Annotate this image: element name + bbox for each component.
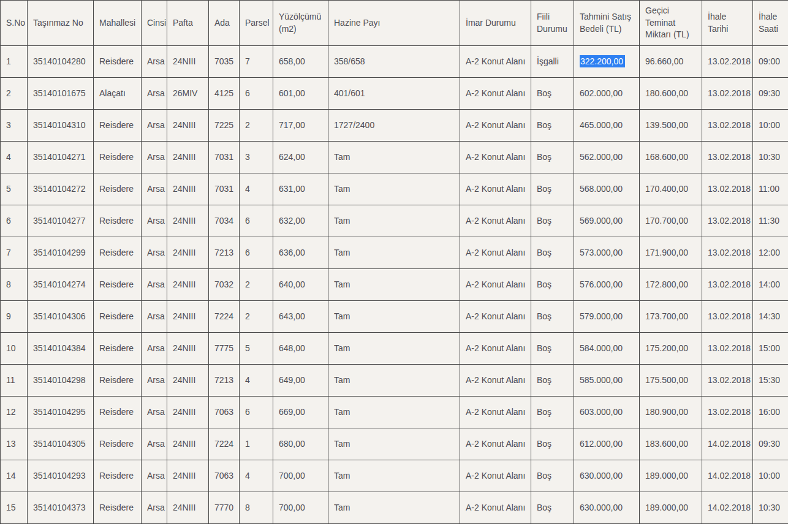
cell-i-mar-durumu[interactable]: A-2 Konut Alanı [460,460,531,492]
cell-cinsi[interactable]: Arsa [142,333,167,365]
cell-parsel[interactable]: 2 [240,269,273,301]
cell-hazine-payi[interactable]: 358/658 [328,46,460,78]
cell-cinsi[interactable]: Arsa [142,173,167,205]
cell-cinsi[interactable]: Arsa [142,110,167,142]
cell-i-hale-tarihi[interactable]: 13.02.2018 [702,46,753,78]
cell-yuzolcumu-m2[interactable]: 643,00 [273,301,328,333]
cell-hazine-payi[interactable]: Tam [328,173,460,205]
cell-fiili-durumu[interactable]: Boş [531,301,574,333]
cell-ada[interactable]: 7775 [209,333,240,365]
cell-cinsi[interactable]: Arsa [142,142,167,173]
cell-s-no[interactable]: 10 [1,333,28,365]
cell-ada[interactable]: 7213 [209,237,240,269]
cell-i-hale-tarihi[interactable]: 14.02.2018 [702,428,753,460]
cell-tasinmaz-no[interactable]: 35140101675 [28,78,94,110]
cell-yuzolcumu-m2[interactable]: 717,00 [273,110,328,142]
cell-tasinmaz-no[interactable]: 35140104299 [28,237,94,269]
cell-mahallesi[interactable]: Reisdere [94,110,142,142]
cell-mahallesi[interactable]: Reisdere [94,397,142,428]
cell-i-hale-saati[interactable]: 09:30 [753,428,788,460]
cell-fiili-durumu[interactable]: İşgalli [531,46,574,78]
cell-yuzolcumu-m2[interactable]: 658,00 [273,46,328,78]
cell-fiili-durumu[interactable]: Boş [531,460,574,492]
cell-pafta[interactable]: 24NIII [167,173,209,205]
cell-pafta[interactable]: 24NIII [167,333,209,365]
cell-fiili-durumu[interactable]: Boş [531,428,574,460]
cell-tahmini-satis-bedeli-tl[interactable]: 612.000,00 [574,428,640,460]
cell-i-hale-saati[interactable]: 15:30 [753,365,788,397]
cell-gecici-teminat-miktari-tl[interactable]: 96.660,00 [640,46,702,78]
cell-tahmini-satis-bedeli-tl[interactable]: 584.000,00 [574,333,640,365]
cell-cinsi[interactable]: Arsa [142,397,167,428]
cell-cinsi[interactable]: Arsa [142,428,167,460]
cell-yuzolcumu-m2[interactable]: 632,00 [273,205,328,237]
cell-i-mar-durumu[interactable]: A-2 Konut Alanı [460,237,531,269]
cell-ada[interactable]: 7225 [209,110,240,142]
cell-mahallesi[interactable]: Alaçatı [94,78,142,110]
cell-parsel[interactable]: 4 [240,365,273,397]
cell-gecici-teminat-miktari-tl[interactable]: 180.600,00 [640,78,702,110]
cell-s-no[interactable]: 2 [1,78,28,110]
cell-parsel[interactable]: 6 [240,397,273,428]
cell-i-hale-saati[interactable]: 09:00 [753,46,788,78]
cell-gecici-teminat-miktari-tl[interactable]: 172.800,00 [640,269,702,301]
cell-gecici-teminat-miktari-tl[interactable]: 189.000,00 [640,460,702,492]
cell-tahmini-satis-bedeli-tl[interactable]: 603.000,00 [574,397,640,428]
cell-hazine-payi[interactable]: Tam [328,269,460,301]
cell-i-mar-durumu[interactable]: A-2 Konut Alanı [460,428,531,460]
cell-i-hale-tarihi[interactable]: 13.02.2018 [702,269,753,301]
cell-ada[interactable]: 7213 [209,365,240,397]
cell-cinsi[interactable]: Arsa [142,205,167,237]
cell-tasinmaz-no[interactable]: 35140104306 [28,301,94,333]
cell-yuzolcumu-m2[interactable]: 700,00 [273,460,328,492]
cell-i-hale-tarihi[interactable]: 14.02.2018 [702,460,753,492]
cell-mahallesi[interactable]: Reisdere [94,492,142,524]
cell-i-hale-saati[interactable]: 10:30 [753,142,788,173]
cell-ada[interactable]: 7031 [209,173,240,205]
cell-mahallesi[interactable]: Reisdere [94,142,142,173]
cell-yuzolcumu-m2[interactable]: 601,00 [273,78,328,110]
cell-s-no[interactable]: 11 [1,365,28,397]
cell-s-no[interactable]: 15 [1,492,28,524]
cell-fiili-durumu[interactable]: Boş [531,397,574,428]
cell-s-no[interactable]: 5 [1,173,28,205]
cell-fiili-durumu[interactable]: Boş [531,78,574,110]
cell-tahmini-satis-bedeli-tl[interactable]: 630.000,00 [574,492,640,524]
cell-cinsi[interactable]: Arsa [142,492,167,524]
cell-i-mar-durumu[interactable]: A-2 Konut Alanı [460,333,531,365]
cell-s-no[interactable]: 3 [1,110,28,142]
cell-tasinmaz-no[interactable]: 35140104293 [28,460,94,492]
cell-yuzolcumu-m2[interactable]: 649,00 [273,365,328,397]
cell-s-no[interactable]: 13 [1,428,28,460]
cell-s-no[interactable]: 14 [1,460,28,492]
cell-pafta[interactable]: 24NIII [167,142,209,173]
cell-tasinmaz-no[interactable]: 35140104310 [28,110,94,142]
cell-parsel[interactable]: 4 [240,460,273,492]
cell-ada[interactable]: 7224 [209,428,240,460]
cell-tahmini-satis-bedeli-tl[interactable]: 576.000,00 [574,269,640,301]
cell-ada[interactable]: 7031 [209,142,240,173]
cell-fiili-durumu[interactable]: Boş [531,333,574,365]
cell-s-no[interactable]: 9 [1,301,28,333]
cell-gecici-teminat-miktari-tl[interactable]: 168.600,00 [640,142,702,173]
cell-i-mar-durumu[interactable]: A-2 Konut Alanı [460,110,531,142]
cell-tasinmaz-no[interactable]: 35140104295 [28,397,94,428]
cell-fiili-durumu[interactable]: Boş [531,110,574,142]
cell-parsel[interactable]: 6 [240,78,273,110]
cell-i-mar-durumu[interactable]: A-2 Konut Alanı [460,397,531,428]
cell-gecici-teminat-miktari-tl[interactable]: 171.900,00 [640,237,702,269]
cell-i-hale-tarihi[interactable]: 13.02.2018 [702,397,753,428]
cell-fiili-durumu[interactable]: Boş [531,173,574,205]
cell-i-hale-saati[interactable]: 16:00 [753,397,788,428]
cell-s-no[interactable]: 8 [1,269,28,301]
cell-pafta[interactable]: 24NIII [167,301,209,333]
cell-parsel[interactable]: 6 [240,205,273,237]
cell-mahallesi[interactable]: Reisdere [94,173,142,205]
cell-i-hale-saati[interactable]: 11:00 [753,173,788,205]
cell-s-no[interactable]: 4 [1,142,28,173]
cell-pafta[interactable]: 24NIII [167,492,209,524]
cell-i-hale-tarihi[interactable]: 13.02.2018 [702,237,753,269]
cell-fiili-durumu[interactable]: Boş [531,237,574,269]
cell-yuzolcumu-m2[interactable]: 624,00 [273,142,328,173]
cell-i-hale-saati[interactable]: 10:00 [753,110,788,142]
